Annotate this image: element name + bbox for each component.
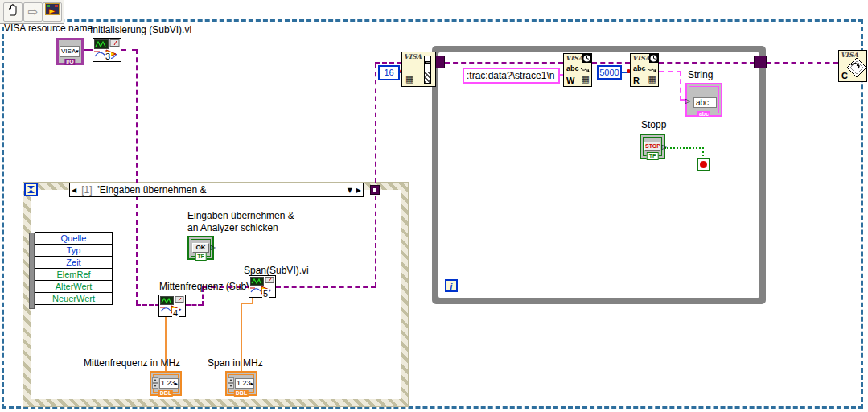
visa-write-node[interactable]: VISA abc W ▦ — [563, 53, 592, 87]
iteration-i: i — [450, 282, 453, 291]
squiggle-arrow-icon — [580, 67, 591, 73]
mitten-subvi-number: 4 — [172, 308, 179, 318]
event-data-node[interactable]: Quelle Typ Zeit ElemRef AlterWert NeuerW… — [35, 233, 113, 305]
mitten-control-terminal[interactable]: 1.23▸ DBL — [150, 371, 182, 396]
tunnel-center — [373, 188, 376, 192]
ok-button-label-line2: an Analyzer schicken — [187, 222, 278, 233]
span-subvi-label: Span(SubVI).vi — [244, 265, 309, 276]
hourglass-icon — [26, 184, 36, 195]
hand-icon — [6, 8, 19, 19]
span-subvi-number: 5 — [262, 289, 269, 299]
flush-mask-constant[interactable]: 16 — [378, 65, 400, 80]
selector-dropdown-icon[interactable]: ▼ — [348, 187, 352, 194]
timeout-clock-icon — [582, 54, 591, 65]
dropdown-icon: ▾ — [76, 48, 79, 55]
wire-read-to-tunnel — [659, 62, 755, 64]
event-data-item[interactable]: Quelle — [35, 232, 113, 245]
string-indicator[interactable]: ▷ abc abc — [685, 83, 722, 117]
string-indicator-value: abc — [693, 97, 717, 108]
output-triangle-icon: ▷ — [211, 245, 216, 251]
wire-event-out-up — [375, 64, 376, 183]
wire-stop-h — [664, 147, 704, 149]
labview-block-diagram: ⇨ VISA — [0, 0, 868, 412]
visa-node-text: VISA — [566, 54, 583, 62]
event-data-item[interactable]: Typ — [35, 244, 113, 257]
forward-button[interactable]: ⇨ — [23, 2, 43, 22]
diagram-navigation-button[interactable] — [43, 2, 62, 22]
squiggle-arrow-icon — [647, 67, 658, 73]
string-type-tag: abc — [697, 111, 710, 117]
abc-icon-text: abc — [566, 64, 579, 72]
mitten-control-label: Mittenfrequenz in MHz — [84, 357, 180, 369]
connector-icon: ▦ — [405, 76, 413, 84]
span-control-label: Span in MHz — [208, 357, 263, 369]
ok-button-terminal[interactable]: OK ▷ TF — [187, 236, 214, 260]
ok-button-face: OK — [192, 243, 209, 253]
ok-button-label-line1: Eingaben übernehmen & — [187, 210, 294, 221]
boolean-type-tag: TF — [195, 253, 207, 261]
string-indicator-label: String — [688, 69, 713, 80]
spinner-icon[interactable] — [152, 377, 158, 389]
event-data-item[interactable]: AlterWert — [35, 280, 113, 293]
init-subvi-label: Initialisierung (SubVI).vi — [90, 24, 191, 35]
output-triangle-icon: ▷ — [662, 144, 667, 150]
write-letter: W — [566, 76, 574, 85]
visa-flush-node[interactable]: VISA ▦ — [401, 52, 436, 87]
forward-arrow-icon: ⇨ — [28, 5, 39, 19]
abc-icon-text: abc — [633, 64, 646, 72]
close-session-icon — [846, 57, 867, 81]
visa-resource-value: VISA▾ — [60, 46, 80, 57]
visa-resource-label: VISA resource name — [4, 23, 93, 34]
event-case-index: [1] — [81, 184, 92, 196]
wire-read-string-h — [659, 71, 681, 72]
wire-write-to-read — [592, 62, 630, 64]
selector-prev-icon[interactable]: ◀ — [72, 187, 76, 194]
wire-to-close — [766, 62, 838, 64]
wire-loop-to-write — [445, 62, 563, 64]
visa-close-node[interactable]: VISA C — [838, 50, 867, 82]
spinner-icon[interactable] — [228, 377, 234, 389]
stop-button-face: STOP — [644, 142, 660, 151]
flush-slider-icon — [424, 56, 431, 84]
wire-span-out — [276, 286, 376, 288]
event-data-item[interactable]: Zeit — [35, 256, 113, 269]
span-control-terminal[interactable]: 1.23▸ DBL — [225, 371, 257, 396]
iteration-terminal[interactable]: i — [445, 279, 458, 292]
event-case-title: "Eingaben übernehmen & — [97, 184, 348, 196]
wire-visa-to-mitten — [136, 304, 160, 306]
read-timeout-constant[interactable]: 5000 — [597, 65, 622, 80]
event-data-item[interactable]: ElemRef — [35, 268, 113, 281]
tools-palette: ⇨ — [0, 0, 64, 24]
stop-button-terminal[interactable]: STOP ▷ TF — [640, 134, 665, 159]
connector-icon: ▦ — [648, 76, 656, 84]
selector-next-icon[interactable]: ▶ — [356, 187, 361, 194]
connector-icon: ▦ — [582, 76, 590, 84]
mitten-control-value: 1.23▸ — [159, 378, 179, 389]
diagram-nav-icon — [45, 6, 60, 18]
wire-visa-resource — [83, 49, 93, 51]
event-selector-bar[interactable]: ◀ [1] "Eingaben übernehmen & ▼ ▶ — [69, 183, 364, 197]
io-type-tag: I/O — [64, 59, 75, 65]
close-letter: C — [841, 71, 848, 80]
command-string-constant[interactable]: :trac:data?\strace1\n — [463, 68, 560, 84]
span-control-value: 1.23▸ — [235, 378, 254, 389]
visa-resource-terminal[interactable]: VISA▾ I/O — [56, 38, 84, 65]
event-timeout-terminal[interactable] — [24, 183, 38, 196]
read-letter: R — [633, 76, 640, 85]
wire-visa-down-to-event — [136, 49, 138, 184]
dbl-type-tag: DBL — [234, 390, 249, 397]
loop-right-tunnel — [754, 56, 767, 68]
wire-read-string-v — [680, 71, 681, 101]
visa-read-node[interactable]: VISA abc R ▦ — [630, 53, 659, 87]
event-output-tunnel — [370, 185, 380, 195]
event-data-node-rail — [29, 233, 35, 309]
wire-visa-init-out — [121, 49, 137, 51]
pan-tool-button[interactable] — [3, 2, 23, 22]
visa-node-text: VISA — [404, 52, 422, 60]
init-subvi-number: 3 — [105, 52, 111, 61]
expand-triangle-icon: ▸ — [251, 381, 254, 387]
boolean-type-tag: TF — [647, 152, 659, 160]
stop-sign-icon — [700, 161, 707, 168]
loop-condition-terminal[interactable] — [697, 158, 710, 171]
event-data-item[interactable]: NeuerWert — [35, 292, 113, 305]
